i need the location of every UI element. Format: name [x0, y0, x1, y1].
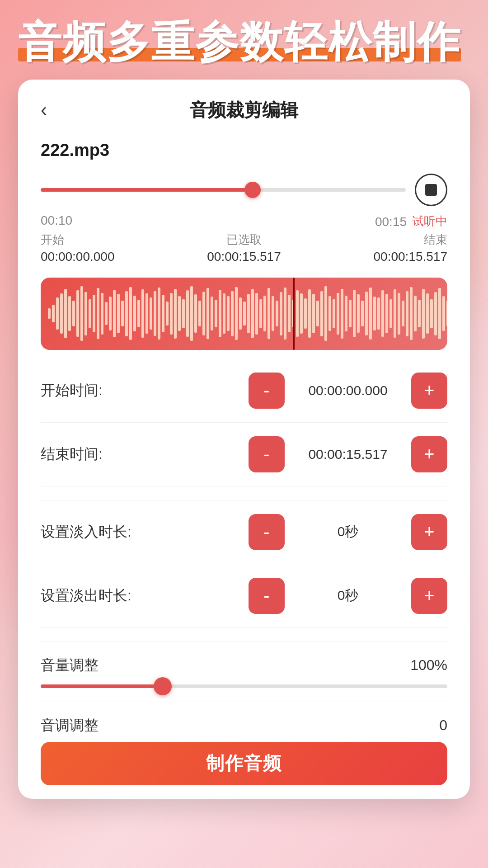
end-value: 00:00:15.517 — [374, 250, 448, 264]
waveform-bar — [182, 299, 185, 328]
page-title: 音频裁剪编辑 — [190, 98, 298, 123]
waveform-bar — [320, 291, 323, 336]
fade-out-value: 0秒 — [285, 586, 411, 605]
waveform-bar — [316, 301, 319, 326]
end-time-label: 00:15 — [375, 215, 407, 229]
waveform-bar — [389, 299, 392, 328]
end-time-control-row: 结束时间: - 00:00:15.517 + — [41, 436, 447, 486]
waveform-bar — [113, 290, 116, 337]
waveform-bar — [154, 291, 156, 336]
fade-out-plus-button[interactable]: + — [411, 578, 447, 614]
waveform-bar — [373, 297, 376, 330]
waveform-bar — [304, 298, 307, 329]
volume-slider-row — [41, 684, 447, 688]
waveform-bar — [337, 293, 339, 335]
waveform-bar — [328, 296, 331, 331]
waveform-bar — [231, 291, 234, 336]
stop-button[interactable] — [415, 174, 447, 206]
waveform-bar — [219, 290, 221, 337]
waveform-bar — [446, 301, 447, 327]
fade-in-plus-button[interactable]: + — [411, 514, 447, 550]
waveform-bar — [398, 293, 400, 335]
waveform-bars — [48, 285, 440, 343]
waveform-bar — [418, 300, 421, 327]
waveform-bar — [170, 293, 173, 335]
waveform-bar — [422, 289, 425, 339]
waveform-bar — [84, 292, 87, 335]
waveform-bar — [385, 294, 388, 333]
volume-header-row: 音量调整 100% — [41, 656, 447, 675]
waveform-bar — [267, 288, 270, 339]
waveform-bar — [202, 292, 205, 335]
end-time-minus-button[interactable]: - — [249, 436, 285, 472]
time-labels-row: 00:10 00:15 试听中 — [41, 213, 447, 229]
waveform-bar — [365, 292, 368, 335]
volume-value: 100% — [410, 657, 447, 674]
waveform-bar — [272, 296, 274, 331]
volume-slider[interactable] — [41, 684, 447, 688]
back-button[interactable]: ‹ — [41, 100, 47, 119]
waveform-bar — [194, 294, 197, 332]
slider-thumb[interactable] — [244, 182, 261, 198]
waveform-bar — [117, 294, 120, 333]
waveform-bar — [206, 288, 209, 339]
slider-track — [41, 188, 406, 192]
end-time-group: 00:15 试听中 — [375, 213, 447, 229]
waveform-bar — [227, 296, 230, 331]
waveform-bar — [300, 293, 303, 334]
fade-out-control-row: 设置淡出时长: - 0秒 + — [41, 578, 447, 628]
waveform-bar — [129, 287, 132, 340]
main-card: ‹ 音频裁剪编辑 222.mp3 00:10 00:15 试听中 开始 00:0… — [18, 80, 470, 799]
waveform-bar — [369, 288, 372, 340]
pitch-header-row: 音调调整 0 — [41, 716, 447, 736]
volume-label: 音量调整 — [41, 656, 99, 675]
waveform-bar — [150, 297, 152, 329]
waveform-bar — [263, 296, 266, 331]
waveform-bar — [109, 297, 112, 330]
waveform-bar — [345, 296, 347, 331]
end-time-plus-button[interactable]: + — [411, 436, 447, 472]
end-time-control-label: 结束时间: — [41, 444, 249, 464]
volume-thumb[interactable] — [154, 677, 172, 695]
preview-badge: 试听中 — [412, 213, 447, 229]
waveform-bar — [434, 292, 437, 335]
pitch-value: 0 — [439, 717, 447, 734]
waveform-bar — [178, 296, 181, 331]
section-divider-3 — [41, 702, 447, 702]
start-time-minus-button[interactable]: - — [249, 373, 285, 409]
waveform[interactable] — [41, 278, 447, 350]
hero-section: 音频多重参数轻松制作 — [0, 0, 488, 80]
waveform-bar — [312, 294, 315, 333]
waveform-bar — [406, 291, 408, 336]
waveform-bar — [60, 293, 63, 334]
waveform-bar — [166, 302, 169, 326]
fade-out-control-label: 设置淡出时长: — [41, 586, 249, 606]
selected-label: 已选取 — [226, 232, 262, 248]
fade-out-minus-button[interactable]: - — [249, 578, 285, 614]
selected-value: 00:00:15.517 — [207, 250, 281, 264]
waveform-bar — [259, 299, 262, 328]
waveform-bar — [76, 290, 79, 336]
hero-title: 音频多重参数轻松制作 — [18, 18, 470, 66]
waveform-bar — [284, 288, 286, 340]
waveform-bar — [158, 288, 160, 340]
end-label: 结束 — [424, 232, 447, 248]
waveform-bar — [296, 290, 299, 336]
start-time-plus-button[interactable]: + — [411, 373, 447, 409]
waveform-bar — [190, 286, 193, 340]
fade-in-minus-button[interactable]: - — [249, 514, 285, 550]
section-divider-2 — [41, 642, 447, 642]
waveform-playhead — [293, 278, 295, 350]
waveform-bar — [162, 295, 164, 332]
make-button[interactable]: 制作音频 — [41, 742, 447, 785]
slider-fill — [41, 188, 253, 192]
waveform-bar — [198, 301, 201, 326]
waveform-bar — [239, 297, 242, 329]
waveform-bar — [48, 308, 51, 319]
playback-slider[interactable] — [41, 188, 406, 192]
waveform-bar — [442, 296, 445, 331]
waveform-bar — [381, 290, 384, 336]
section-divider-1 — [41, 500, 447, 500]
waveform-bar — [394, 289, 396, 338]
waveform-bar — [341, 289, 343, 339]
